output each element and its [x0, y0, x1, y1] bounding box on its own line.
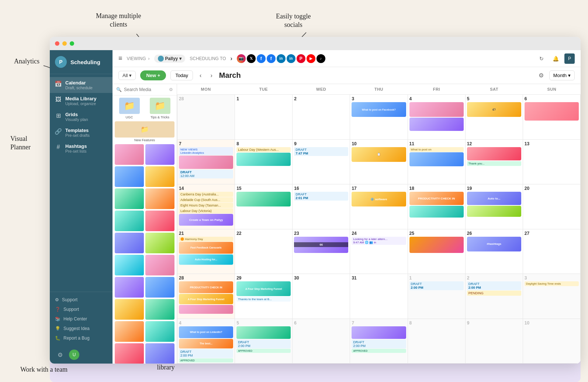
- cal-cell-apr5[interactable]: 5 DRAFT2:00 PM APPROVED: [235, 319, 293, 364]
- cal-cell-apr7[interactable]: 7 DRAFT2:00 PM APPROVED: [350, 319, 408, 364]
- post-card-mar5[interactable]: 🏷: [467, 102, 521, 117]
- media-thumb-13[interactable]: [115, 277, 144, 298]
- cal-cell-mar9[interactable]: 9 DRAFT7:47 PM: [293, 140, 350, 185]
- cal-cell-mar11[interactable]: 11 What to post on: [408, 140, 466, 185]
- cal-cell-apr8[interactable]: 8: [408, 319, 466, 364]
- user-avatar[interactable]: U: [69, 350, 79, 360]
- draft-apr2[interactable]: DRAFT2:00 PM: [467, 281, 521, 290]
- client-selector[interactable]: Pallyy ▾: [154, 55, 186, 63]
- media-thumb-20[interactable]: [145, 343, 174, 364]
- draft-event-mar9[interactable]: DRAFT7:47 PM: [294, 147, 348, 156]
- media-thumb-7[interactable]: [115, 211, 144, 231]
- prev-month-button[interactable]: ‹: [197, 71, 204, 80]
- cal-cell-mar2[interactable]: 2: [293, 95, 350, 140]
- next-month-button[interactable]: ›: [208, 71, 214, 80]
- post-card-mar23[interactable]: 66: [294, 237, 348, 253]
- settings-item[interactable]: ⚙ Support: [50, 295, 113, 305]
- cal-cell-mar4[interactable]: 4: [408, 95, 466, 140]
- post-card-apr4b[interactable]: The best...: [179, 339, 233, 348]
- menu-button[interactable]: ≡: [118, 55, 122, 62]
- post-card-mar19b[interactable]: [467, 206, 521, 217]
- post-card-mar7[interactable]: [179, 156, 233, 169]
- post-card-apr4a[interactable]: What to post on LinkedIn?: [179, 326, 233, 338]
- post-card-mar14[interactable]: Create a Team on Pallyy: [179, 214, 233, 226]
- linkedin-icon[interactable]: in: [277, 54, 286, 63]
- post-card-mar17[interactable]: ⚙️ software: [352, 192, 406, 206]
- media-thumb-12[interactable]: [145, 255, 174, 275]
- cal-cell-feb28[interactable]: 28: [177, 95, 235, 140]
- cal-cell-mar22[interactable]: 22: [235, 229, 293, 274]
- media-thumb-14[interactable]: [145, 277, 174, 298]
- sidebar-item-grids[interactable]: ⊞ Grids Visually plan: [50, 109, 113, 125]
- media-thumb-4[interactable]: [145, 166, 174, 187]
- media-thumb-9[interactable]: [115, 233, 144, 253]
- cal-cell-mar6[interactable]: 6: [523, 95, 581, 140]
- cal-cell-mar15[interactable]: 15: [235, 184, 293, 229]
- post-card-mar3[interactable]: What to post on Facebook?: [352, 102, 406, 117]
- media-thumb-6[interactable]: [145, 188, 174, 209]
- calendar-settings-button[interactable]: ⚙: [536, 70, 546, 81]
- cal-cell-apr9[interactable]: 9: [466, 319, 523, 364]
- sidebar-item-templates[interactable]: 🔗 Templates Pre-set drafts: [50, 125, 113, 140]
- post-card-mar25[interactable]: [409, 237, 464, 253]
- close-dot[interactable]: [55, 41, 59, 46]
- media-thumb-15[interactable]: [115, 299, 144, 320]
- adelaide-cup[interactable]: Adelaide Cup (South Aus...: [179, 197, 233, 202]
- user-account-avatar[interactable]: P: [564, 53, 575, 64]
- cal-cell-mar21[interactable]: 21 🟠 Harmony Day Fast Feedback Carousels…: [177, 229, 235, 274]
- post-card-mar4b[interactable]: [409, 118, 464, 131]
- media-thumb-5[interactable]: [115, 188, 144, 209]
- post-card-mar4[interactable]: [409, 102, 464, 117]
- approved-apr4[interactable]: APPROVED: [179, 358, 233, 362]
- media-thumb-1[interactable]: [115, 144, 144, 165]
- draft-apr1[interactable]: DRAFT2:00 PM: [409, 281, 464, 290]
- post-card-mar29[interactable]: A Four Step Marketing Funnel: [236, 281, 291, 296]
- cal-cell-mar13[interactable]: 13: [523, 140, 581, 185]
- pending-apr2[interactable]: PENDING: [467, 291, 521, 296]
- post-card-mar18b[interactable]: [409, 206, 464, 218]
- daylight-saving[interactable]: Daylight Saving Time ends: [525, 281, 579, 286]
- cal-cell-mar28[interactable]: 28 PRODUCTIVITY CHECK IN A Four Step Mar…: [177, 274, 235, 319]
- draft-event-mar16[interactable]: DRAFT2:01 PM: [294, 192, 348, 201]
- post-card-apr5[interactable]: [236, 326, 291, 339]
- support-item[interactable]: ❓ Support: [50, 305, 113, 314]
- media-thumb-10[interactable]: [145, 233, 174, 253]
- post-card-mar12a[interactable]: [467, 147, 521, 160]
- cal-cell-mar29[interactable]: 29 A Four Step Marketing Funnel Thanks t…: [235, 274, 293, 319]
- tips-folder[interactable]: 📁 Tips & Tricks: [145, 98, 174, 120]
- cal-cell-mar1[interactable]: 1: [235, 95, 293, 140]
- cal-cell-apr3[interactable]: 3 Daylight Saving Time ends: [523, 274, 581, 319]
- notification-button[interactable]: 🔔: [550, 53, 561, 64]
- today-button[interactable]: Today: [170, 70, 193, 80]
- draft-event-mar7[interactable]: DRAFT12:00 AM: [179, 170, 233, 178]
- ugc-folder[interactable]: 📁 UGC: [115, 98, 144, 120]
- cal-cell-mar12[interactable]: 12 Thank you...: [466, 140, 523, 185]
- cal-cell-mar24[interactable]: 24 Looking for a later altern...9:47 AM …: [350, 229, 408, 274]
- post-card-mar11[interactable]: [409, 152, 464, 166]
- cal-cell-apr10[interactable]: 10: [523, 319, 581, 364]
- sidebar-settings-btn[interactable]: ⚙: [55, 350, 65, 360]
- facebook-icon[interactable]: f: [257, 54, 266, 63]
- post-card-mar8[interactable]: [236, 153, 291, 166]
- cal-cell-mar3[interactable]: 3 What to post on Facebook?: [350, 95, 408, 140]
- media-thumb-18[interactable]: [145, 321, 174, 342]
- cal-cell-mar10[interactable]: 10 📋: [350, 140, 408, 185]
- cal-cell-mar5[interactable]: 5 🏷: [466, 95, 523, 140]
- filter-dropdown[interactable]: All ▾: [118, 71, 136, 80]
- cal-cell-mar7[interactable]: 7 NEW VIEWSLinkedIn Analytics DRAFT12:00…: [177, 140, 235, 185]
- cal-cell-mar20[interactable]: 20: [523, 184, 581, 229]
- cal-cell-mar19[interactable]: 19 Auto to...: [466, 184, 523, 229]
- draft-apr7[interactable]: DRAFT2:00 PM: [352, 340, 406, 348]
- cal-cell-mar17[interactable]: 17 ⚙️ software: [350, 184, 408, 229]
- cal-cell-mar16[interactable]: 16 DRAFT2:01 PM: [293, 184, 350, 229]
- new-post-button[interactable]: New +: [140, 70, 166, 80]
- thanks-event[interactable]: Thanks to the team at B...: [236, 297, 291, 302]
- scheduled-mar12[interactable]: Thank you...: [467, 161, 521, 166]
- cal-cell-apr4[interactable]: 4 What to post on LinkedIn? The best... …: [177, 319, 235, 364]
- harmony-day[interactable]: 🟠 Harmony Day: [179, 237, 233, 242]
- view-dropdown[interactable]: Month ▾: [549, 70, 575, 80]
- facebook2-icon[interactable]: f: [267, 54, 276, 63]
- post-card-mar28a[interactable]: PRODUCTIVITY CHECK IN: [179, 281, 233, 293]
- cal-cell-mar26[interactable]: 26 #hashtags: [466, 229, 523, 274]
- labour-vic[interactable]: Labour Day (Victoria): [179, 208, 233, 213]
